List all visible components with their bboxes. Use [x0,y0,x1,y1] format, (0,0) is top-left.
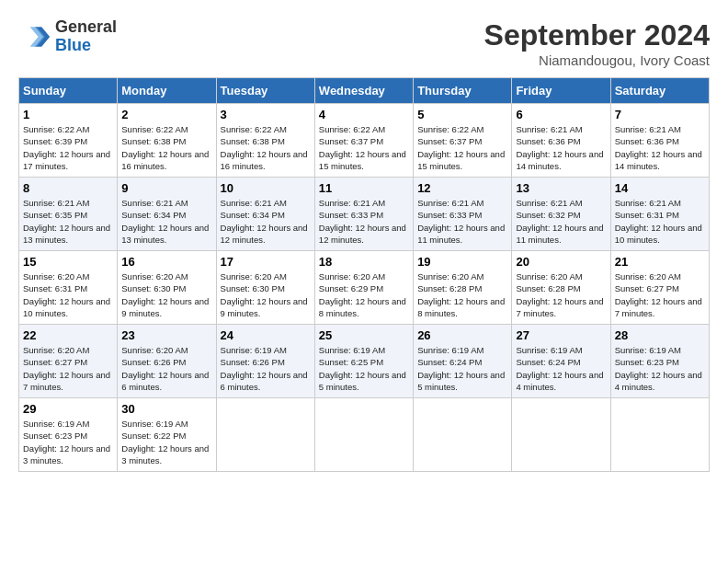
calendar-cell [512,398,610,472]
calendar-week-3: 15 Sunrise: 6:20 AMSunset: 6:31 PMDaylig… [19,251,710,325]
day-number: 4 [319,108,409,121]
day-info: Sunrise: 6:19 AMSunset: 6:24 PMDaylight:… [417,345,505,392]
calendar-cell: 3 Sunrise: 6:22 AMSunset: 6:38 PMDayligh… [216,104,314,178]
day-number: 14 [615,181,705,195]
day-number: 3 [221,108,311,121]
day-info: Sunrise: 6:20 AMSunset: 6:29 PMDaylight:… [319,271,406,318]
day-number: 23 [121,328,211,342]
day-info: Sunrise: 6:20 AMSunset: 6:27 PMDaylight:… [23,345,110,392]
calendar-week-5: 29 Sunrise: 6:19 AMSunset: 6:23 PMDaylig… [19,398,710,472]
weekday-header-tuesday: Tuesday [216,78,314,104]
calendar-cell: 9 Sunrise: 6:21 AMSunset: 6:34 PMDayligh… [118,178,216,251]
calendar-header-row: SundayMondayTuesdayWednesdayThursdayFrid… [19,78,710,104]
calendar-cell: 4 Sunrise: 6:22 AMSunset: 6:37 PMDayligh… [314,104,413,178]
weekday-header-wednesday: Wednesday [314,78,413,104]
month-title: September 2024 [484,18,710,52]
calendar-cell [314,398,413,472]
day-number: 29 [23,402,113,416]
day-number: 9 [121,181,211,195]
logo-text: General Blue [55,18,117,55]
day-number: 18 [319,255,409,269]
day-number: 16 [121,255,211,269]
day-info: Sunrise: 6:20 AMSunset: 6:28 PMDaylight:… [417,271,505,318]
calendar-cell: 30 Sunrise: 6:19 AMSunset: 6:22 PMDaylig… [118,398,216,472]
day-info: Sunrise: 6:21 AMSunset: 6:36 PMDaylight:… [615,124,702,171]
weekday-header-saturday: Saturday [610,78,709,104]
calendar-cell: 7 Sunrise: 6:21 AMSunset: 6:36 PMDayligh… [610,104,709,178]
day-number: 25 [319,328,409,342]
day-number: 13 [516,181,606,195]
day-info: Sunrise: 6:22 AMSunset: 6:39 PMDaylight:… [23,124,110,171]
calendar-cell: 15 Sunrise: 6:20 AMSunset: 6:31 PMDaylig… [19,251,118,325]
weekday-header-thursday: Thursday [414,78,512,104]
title-block: September 2024 Niamandougou, Ivory Coast [484,18,710,68]
weekday-header-monday: Monday [118,78,216,104]
day-number: 11 [319,181,409,195]
day-number: 19 [417,255,507,269]
day-number: 26 [417,328,507,342]
day-info: Sunrise: 6:19 AMSunset: 6:22 PMDaylight:… [121,419,209,465]
calendar-cell: 23 Sunrise: 6:20 AMSunset: 6:26 PMDaylig… [118,325,216,398]
day-number: 12 [417,181,507,195]
day-number: 7 [615,108,705,121]
calendar-cell: 13 Sunrise: 6:21 AMSunset: 6:32 PMDaylig… [512,178,610,251]
calendar-cell: 11 Sunrise: 6:21 AMSunset: 6:33 PMDaylig… [314,178,413,251]
calendar-week-2: 8 Sunrise: 6:21 AMSunset: 6:35 PMDayligh… [19,178,710,251]
day-info: Sunrise: 6:21 AMSunset: 6:35 PMDaylight:… [23,198,110,245]
day-number: 1 [23,108,113,121]
calendar-cell: 28 Sunrise: 6:19 AMSunset: 6:23 PMDaylig… [610,325,709,398]
day-info: Sunrise: 6:21 AMSunset: 6:31 PMDaylight:… [615,198,702,245]
calendar-cell: 14 Sunrise: 6:21 AMSunset: 6:31 PMDaylig… [610,178,709,251]
logo-icon [18,20,51,53]
calendar-cell: 10 Sunrise: 6:21 AMSunset: 6:34 PMDaylig… [216,178,314,251]
day-info: Sunrise: 6:21 AMSunset: 6:33 PMDaylight:… [417,198,505,245]
day-info: Sunrise: 6:19 AMSunset: 6:23 PMDaylight:… [23,419,110,465]
weekday-header-friday: Friday [512,78,610,104]
calendar-cell: 22 Sunrise: 6:20 AMSunset: 6:27 PMDaylig… [19,325,118,398]
calendar-cell: 19 Sunrise: 6:20 AMSunset: 6:28 PMDaylig… [414,251,512,325]
calendar-cell: 12 Sunrise: 6:21 AMSunset: 6:33 PMDaylig… [414,178,512,251]
day-info: Sunrise: 6:20 AMSunset: 6:28 PMDaylight:… [516,271,603,318]
calendar-cell: 25 Sunrise: 6:19 AMSunset: 6:25 PMDaylig… [314,325,413,398]
calendar-cell [414,398,512,472]
day-info: Sunrise: 6:21 AMSunset: 6:34 PMDaylight:… [221,198,308,245]
day-number: 10 [221,181,311,195]
day-number: 6 [516,108,606,121]
day-number: 22 [23,328,113,342]
day-number: 27 [516,328,606,342]
day-number: 5 [417,108,507,121]
day-info: Sunrise: 6:21 AMSunset: 6:34 PMDaylight:… [121,198,209,245]
day-info: Sunrise: 6:20 AMSunset: 6:31 PMDaylight:… [23,271,110,318]
calendar-cell: 24 Sunrise: 6:19 AMSunset: 6:26 PMDaylig… [216,325,314,398]
page-header: General Blue September 2024 Niamandougou… [18,18,710,68]
day-number: 24 [221,328,311,342]
day-info: Sunrise: 6:22 AMSunset: 6:37 PMDaylight:… [319,124,406,171]
day-info: Sunrise: 6:22 AMSunset: 6:38 PMDaylight:… [121,124,209,171]
day-info: Sunrise: 6:21 AMSunset: 6:36 PMDaylight:… [516,124,603,171]
day-info: Sunrise: 6:22 AMSunset: 6:37 PMDaylight:… [417,124,505,171]
day-info: Sunrise: 6:21 AMSunset: 6:32 PMDaylight:… [516,198,603,245]
calendar-cell: 20 Sunrise: 6:20 AMSunset: 6:28 PMDaylig… [512,251,610,325]
day-info: Sunrise: 6:19 AMSunset: 6:23 PMDaylight:… [615,345,702,392]
calendar-cell: 16 Sunrise: 6:20 AMSunset: 6:30 PMDaylig… [118,251,216,325]
calendar-cell: 17 Sunrise: 6:20 AMSunset: 6:30 PMDaylig… [216,251,314,325]
calendar-cell [610,398,709,472]
day-info: Sunrise: 6:19 AMSunset: 6:26 PMDaylight:… [221,345,308,392]
calendar-cell: 2 Sunrise: 6:22 AMSunset: 6:38 PMDayligh… [118,104,216,178]
calendar-cell: 21 Sunrise: 6:20 AMSunset: 6:27 PMDaylig… [610,251,709,325]
calendar-cell: 1 Sunrise: 6:22 AMSunset: 6:39 PMDayligh… [19,104,118,178]
calendar-cell: 27 Sunrise: 6:19 AMSunset: 6:24 PMDaylig… [512,325,610,398]
day-info: Sunrise: 6:20 AMSunset: 6:30 PMDaylight:… [221,271,308,318]
calendar-cell: 26 Sunrise: 6:19 AMSunset: 6:24 PMDaylig… [414,325,512,398]
day-number: 21 [615,255,705,269]
day-info: Sunrise: 6:19 AMSunset: 6:24 PMDaylight:… [516,345,603,392]
day-info: Sunrise: 6:20 AMSunset: 6:26 PMDaylight:… [121,345,209,392]
calendar-week-4: 22 Sunrise: 6:20 AMSunset: 6:27 PMDaylig… [19,325,710,398]
logo: General Blue [18,18,117,55]
calendar-cell: 29 Sunrise: 6:19 AMSunset: 6:23 PMDaylig… [19,398,118,472]
calendar-week-1: 1 Sunrise: 6:22 AMSunset: 6:39 PMDayligh… [19,104,710,178]
location-subtitle: Niamandougou, Ivory Coast [484,52,710,68]
day-number: 15 [23,255,113,269]
calendar-cell: 8 Sunrise: 6:21 AMSunset: 6:35 PMDayligh… [19,178,118,251]
day-info: Sunrise: 6:20 AMSunset: 6:30 PMDaylight:… [121,271,209,318]
